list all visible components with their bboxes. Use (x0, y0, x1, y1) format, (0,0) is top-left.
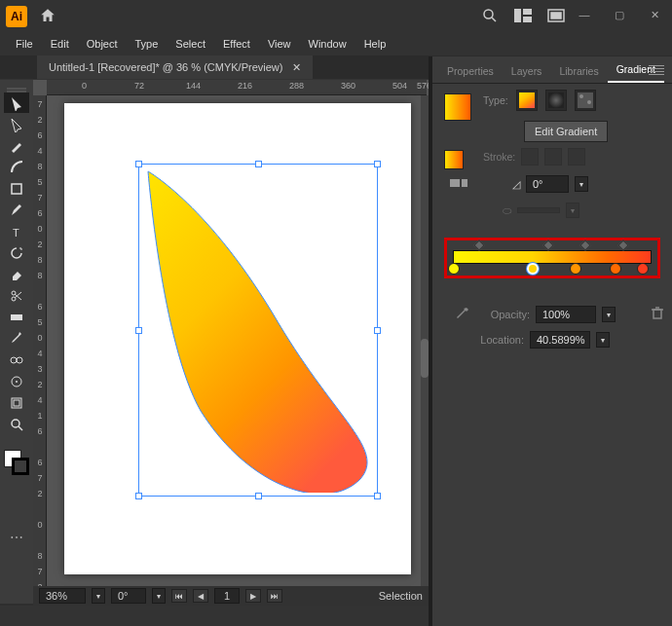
handle-s[interactable] (255, 493, 262, 499)
fill-stroke-control[interactable] (4, 450, 29, 475)
gradient-stroke-swatch[interactable] (444, 150, 464, 169)
edit-gradient-button[interactable]: Edit Gradient (524, 121, 608, 142)
stroke-along-icon[interactable] (544, 148, 562, 166)
paintbrush-tool[interactable] (4, 200, 29, 220)
zoom-tool[interactable] (4, 414, 29, 434)
zoom-select[interactable]: 36% (39, 588, 86, 604)
nav-first-icon[interactable]: ⏮ (171, 589, 187, 603)
svg-rect-29 (450, 179, 460, 187)
gradient-midpoint[interactable] (542, 239, 553, 250)
svg-point-28 (587, 100, 591, 104)
handle-sw[interactable] (135, 493, 142, 499)
handle-nw[interactable] (135, 161, 142, 167)
gradient-fill-swatch[interactable] (444, 93, 471, 121)
workspace-icon[interactable] (547, 9, 565, 24)
status-bar: 36% ▾ 0° ▾ ⏮ ◀ 1 ▶ ⏭ Selection (33, 586, 429, 606)
menu-view[interactable]: View (260, 36, 299, 52)
eyedropper-icon[interactable] (456, 307, 471, 322)
gradient-tool[interactable] (4, 307, 29, 327)
gradient-midpoint[interactable] (474, 239, 485, 250)
stroke-label: Stroke: (483, 151, 515, 163)
scissors-tool[interactable] (4, 285, 29, 306)
eraser-tool[interactable] (4, 264, 29, 284)
selection-tool[interactable] (4, 92, 29, 113)
gradient-mode[interactable] (4, 495, 29, 508)
gradient-midpoint[interactable] (580, 239, 591, 250)
handle-ne[interactable] (374, 161, 381, 167)
artboard[interactable] (64, 103, 411, 574)
menu-edit[interactable]: Edit (43, 36, 77, 52)
nav-last-icon[interactable]: ⏭ (267, 589, 282, 603)
menu-window[interactable]: Window (301, 36, 355, 52)
reverse-gradient-icon[interactable] (450, 177, 467, 191)
color-mode[interactable] (4, 480, 29, 494)
menu-select[interactable]: Select (168, 36, 213, 52)
opacity-dropdown-icon[interactable]: ▾ (602, 307, 616, 322)
arrange-icon[interactable] (514, 9, 532, 24)
panel-tabs: PropertiesLayersLibrariesGradient (432, 56, 672, 84)
edit-toolbar-icon[interactable]: ⋯ (10, 530, 23, 545)
pen-tool[interactable] (4, 135, 29, 156)
menu-help[interactable]: Help (356, 36, 394, 52)
nav-next-icon[interactable]: ▶ (245, 589, 261, 603)
zoom-dropdown-icon[interactable]: ▾ (92, 588, 105, 604)
tab-libraries[interactable]: Libraries (550, 59, 607, 83)
stroke-within-icon[interactable] (521, 148, 539, 166)
blend-tool[interactable] (4, 350, 29, 370)
rotate-select[interactable]: 0° (111, 588, 146, 604)
menu-file[interactable]: File (8, 36, 41, 52)
close-tab-icon[interactable]: ✕ (292, 61, 301, 74)
scrollbar-vertical[interactable] (421, 95, 429, 592)
angle-dropdown-icon[interactable]: ▾ (575, 176, 588, 192)
stroke-across-icon[interactable] (568, 148, 585, 166)
delete-stop-icon[interactable] (651, 306, 664, 321)
location-input[interactable]: 40.5899% (530, 331, 590, 349)
handle-e[interactable] (374, 327, 381, 334)
close-button[interactable]: ✕ (637, 0, 672, 29)
panel-menu-icon[interactable] (649, 62, 664, 78)
search-icon[interactable] (481, 7, 499, 26)
artboard-num[interactable]: 1 (214, 588, 240, 604)
scrollbar-thumb[interactable] (421, 339, 429, 378)
curvature-tool[interactable] (4, 157, 29, 177)
rectangle-tool[interactable] (4, 178, 29, 199)
gradient-stop[interactable] (527, 263, 539, 275)
location-dropdown-icon[interactable]: ▾ (596, 332, 610, 348)
handle-n[interactable] (255, 161, 262, 167)
gradient-stop[interactable] (570, 263, 581, 275)
angle-input[interactable]: 0° (526, 175, 569, 193)
maximize-button[interactable]: ▢ (602, 0, 637, 29)
linear-gradient-button[interactable] (516, 90, 538, 111)
selection-bbox[interactable] (138, 164, 378, 497)
gradient-slider[interactable] (453, 250, 652, 264)
eyedropper-tool[interactable] (4, 328, 29, 349)
menu-object[interactable]: Object (79, 36, 126, 52)
aspect-icon: ⬭ (503, 204, 511, 217)
radial-gradient-button[interactable] (545, 90, 567, 111)
menu-type[interactable]: Type (128, 36, 167, 52)
handle-se[interactable] (374, 493, 381, 499)
home-icon[interactable] (39, 7, 56, 26)
minimize-button[interactable]: — (567, 0, 602, 29)
gradient-stop[interactable] (448, 263, 460, 275)
canvas-area[interactable]: 072144216288360504576 726485760288650432… (33, 80, 429, 604)
document-tab[interactable]: Untitled-1 [Recovered]* @ 36 % (CMYK/Pre… (37, 55, 313, 79)
menu-effect[interactable]: Effect (215, 36, 258, 52)
gradient-stop[interactable] (610, 263, 621, 275)
rotate-dropdown-icon[interactable]: ▾ (152, 588, 166, 604)
opacity-label: Opacity: (477, 309, 530, 320)
nav-prev-icon[interactable]: ◀ (193, 589, 208, 603)
direct-selection-tool[interactable] (4, 114, 29, 134)
rotate-tool[interactable] (4, 242, 29, 263)
freeform-gradient-button[interactable] (575, 90, 596, 111)
gradient-midpoint[interactable] (617, 239, 628, 250)
none-mode[interactable] (4, 509, 29, 523)
opacity-input[interactable]: 100% (536, 306, 596, 323)
type-tool[interactable]: T (4, 221, 29, 241)
tab-layers[interactable]: Layers (503, 59, 551, 83)
artboard-tool[interactable] (4, 392, 29, 413)
handle-w[interactable] (135, 327, 142, 334)
symbol-sprayer-tool[interactable] (4, 371, 29, 391)
tab-properties[interactable]: Properties (438, 59, 503, 83)
gradient-stop[interactable] (637, 263, 649, 275)
